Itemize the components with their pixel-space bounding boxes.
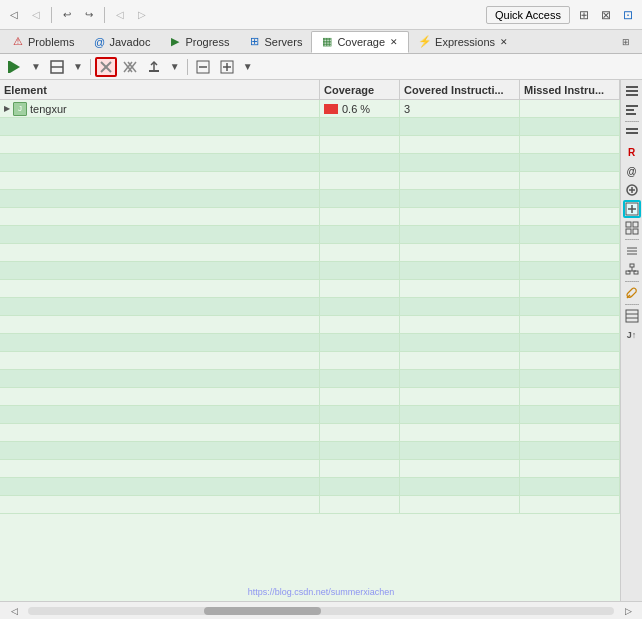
table-row-empty-11 [0,298,620,316]
svg-rect-17 [626,86,638,88]
table-header: Element Coverage Covered Instructi... Mi… [0,80,620,100]
toolbar-btn-nav-right[interactable]: ▷ [132,5,152,25]
tab-problems[interactable]: ⚠ Problems [2,31,83,53]
expressions-close-icon[interactable]: ✕ [498,36,510,48]
toolbar-icons: ◁ ◁ ↩ ↪ ◁ ▷ [4,5,486,25]
remove-all-icon [123,60,137,74]
svg-rect-20 [626,105,638,107]
remove-icon [99,60,113,74]
sidebar-btn-list[interactable] [623,307,641,325]
svg-rect-32 [633,222,638,227]
sidebar-btn-r[interactable]: R [623,143,641,161]
sidebar-btn-grid[interactable] [623,219,641,237]
cov-run-btn[interactable] [4,57,26,77]
cov-export-dropdown[interactable]: ▼ [167,59,183,74]
main-table: Element Coverage Covered Instructi... Mi… [0,80,620,601]
expand-icon [220,60,234,74]
tab-javadoc[interactable]: @ Javadoc [83,31,159,53]
sidebar-btn-lines[interactable] [623,242,641,260]
sidebar-sep-4 [625,304,639,305]
tab-bar: ⚠ Problems @ Javadoc ▶ Progress ⊞ Server… [0,30,642,54]
sidebar-icon-1 [625,84,639,98]
tree-icon [625,263,639,277]
tab-bar-actions: ⊞ [616,32,640,52]
toolbar-separator-1 [51,7,52,23]
cov-export-btn[interactable] [143,57,165,77]
expand-arrow-icon[interactable]: ▶ [4,104,10,113]
table-row-empty-3 [0,154,620,172]
cov-run-dropdown[interactable]: ▼ [28,59,44,74]
sidebar-btn-1[interactable] [623,82,641,100]
svg-marker-0 [10,61,20,73]
table-row-empty-10 [0,280,620,298]
table-row[interactable]: ▶ J tengxur 0.6 % 3 [0,100,620,118]
col-coverage: Coverage [320,80,400,99]
svg-rect-21 [626,109,634,111]
sidebar-icon-3 [625,126,639,140]
table-row-empty-20 [0,460,620,478]
tab-servers[interactable]: ⊞ Servers [238,31,311,53]
svg-rect-38 [630,264,634,267]
tab-expressions[interactable]: ⚡ Expressions ✕ [409,31,519,53]
coverage-bar-red [324,104,338,114]
cov-remove-btn[interactable] [95,57,117,77]
cov-dropdown-2[interactable]: ▼ [70,59,86,74]
sidebar-btn-3[interactable] [623,124,641,142]
export-icon [147,60,161,74]
scroll-left-btn[interactable]: ◁ [4,601,24,620]
tab-progress[interactable]: ▶ Progress [159,31,238,53]
toolbar-btn-r1[interactable]: ⊞ [574,5,594,25]
col-covered: Covered Instructi... [400,80,520,99]
tab-coverage-label: Coverage [337,36,385,48]
sidebar-btn-active[interactable] [623,200,641,218]
sidebar-btn-tree[interactable] [623,261,641,279]
cov-sep-2 [187,59,188,75]
svg-rect-44 [626,310,638,322]
grid-icon [625,221,639,235]
table-row-empty-22 [0,496,620,514]
plus-circle-icon [625,183,639,197]
table-row-empty-17 [0,406,620,424]
element-file-icon: J [13,102,27,116]
cov-remove-all-btn[interactable] [119,57,141,77]
sidebar-btn-at[interactable]: @ [623,162,641,180]
sidebar-btn-wrench[interactable] [623,284,641,302]
tab-javadoc-label: Javadoc [109,36,150,48]
sidebar-btn-java[interactable]: J↑ [623,326,641,344]
svg-rect-34 [633,229,638,234]
scrollbar-thumb [204,607,321,615]
sidebar-btn-plus-circle[interactable] [623,181,641,199]
coverage-percent: 0.6 % [342,103,370,115]
collapse-icon [196,60,210,74]
toolbar-btn-back[interactable]: ◁ [4,5,24,25]
toolbar-btn-undo[interactable]: ↩ [57,5,77,25]
table-row-empty-9 [0,262,620,280]
scroll-right-btn[interactable]: ▷ [618,601,638,620]
toolbar-btn-r2[interactable]: ⊠ [596,5,616,25]
toolbar-btn-nav-left[interactable]: ◁ [110,5,130,25]
cov-expand-btn[interactable] [216,57,238,77]
svg-rect-33 [626,229,631,234]
horizontal-scrollbar[interactable] [28,607,614,615]
toolbar-btn-redo[interactable]: ↪ [79,5,99,25]
quick-access-button[interactable]: Quick Access [486,6,570,24]
cov-btn-2[interactable] [46,57,68,77]
svg-rect-24 [626,132,638,134]
table-container: Element Coverage Covered Instructi... Mi… [0,80,642,601]
table-row-empty-19 [0,442,620,460]
table-body: ▶ J tengxur 0.6 % 3 [0,100,620,601]
toolbar-btn-back2[interactable]: ◁ [26,5,46,25]
coverage-close-icon[interactable]: ✕ [388,36,400,48]
right-sidebar: R @ [620,80,642,601]
svg-rect-23 [626,128,638,130]
cov-expand-dropdown[interactable]: ▼ [240,59,256,74]
sidebar-btn-2[interactable] [623,101,641,119]
tab-coverage[interactable]: ▦ Coverage ✕ [311,31,409,53]
tab-menu-btn[interactable]: ⊞ [616,32,636,52]
cell-element: ▶ J tengxur [0,100,320,117]
svg-rect-1 [8,61,10,73]
servers-icon: ⊞ [247,35,261,49]
cov-collapse-btn[interactable] [192,57,214,77]
toolbar-btn-r3[interactable]: ⊡ [618,5,638,25]
active-sidebar-icon [625,202,639,216]
